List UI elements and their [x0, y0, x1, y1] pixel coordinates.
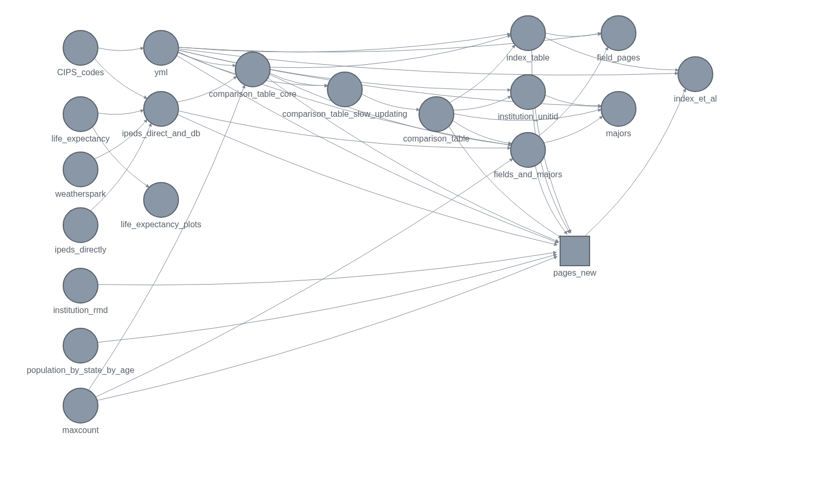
edge-yml-pages_new: [177, 56, 559, 243]
node-index_et_al[interactable]: index_et_al: [674, 57, 717, 104]
node-label-ipeds_direct_and_db: ipeds_direct_and_db: [122, 129, 201, 138]
node-maxcount[interactable]: maxcount: [62, 388, 99, 435]
node-majors[interactable]: majors: [601, 92, 636, 138]
node-label-field_pages: field_pages: [597, 53, 640, 63]
node-pages_new[interactable]: pages_new: [553, 236, 596, 278]
edge-comparison_table-institution_unitid: [453, 96, 511, 110]
node-shape-CIPS_codes[interactable]: [63, 31, 98, 65]
edge-CIPS_codes-ipeds_direct_and_db: [94, 58, 147, 98]
node-label-CIPS_codes: CIPS_codes: [57, 68, 104, 77]
node-label-comparison_table_slow_updating: comparison_table_slow_updating: [282, 109, 407, 119]
node-shape-maxcount[interactable]: [63, 388, 98, 423]
edge-ipeds_direct_and_db-pages_new: [177, 115, 557, 245]
node-comparison_table_core[interactable]: comparison_table_core: [209, 52, 296, 99]
node-population_by_state_by_age[interactable]: population_by_state_by_age: [27, 328, 135, 375]
node-shape-population_by_state_by_age[interactable]: [63, 328, 98, 363]
edge-institution_rmd-pages_new: [98, 252, 556, 285]
node-shape-index_et_al[interactable]: [678, 57, 713, 92]
node-label-institution_unitid: institution_unitid: [498, 112, 559, 122]
node-shape-pages_new[interactable]: [560, 236, 590, 266]
node-fields_and_majors[interactable]: fields_and_majors: [494, 133, 562, 179]
node-shape-life_expectancy[interactable]: [63, 97, 98, 132]
node-yml[interactable]: yml: [144, 31, 178, 77]
node-field_pages[interactable]: field_pages: [597, 16, 640, 63]
node-shape-comparison_table_core[interactable]: [235, 52, 270, 87]
node-shape-institution_unitid[interactable]: [511, 75, 545, 109]
node-label-life_expectancy: life_expectancy: [52, 134, 109, 144]
edge-population_by_state_by_age-pages_new: [97, 255, 556, 342]
node-label-life_expectancy_plots: life_expectancy_plots: [121, 220, 202, 229]
node-ipeds_direct_and_db[interactable]: ipeds_direct_and_db: [122, 92, 201, 138]
node-label-majors: majors: [606, 129, 631, 138]
node-shape-institution_rmd[interactable]: [63, 268, 98, 303]
node-label-index_et_al: index_et_al: [674, 94, 717, 104]
node-shape-weatherspark[interactable]: [63, 152, 98, 187]
node-label-fields_and_majors: fields_and_majors: [494, 170, 562, 179]
node-label-institution_rmd: institution_rmd: [53, 306, 108, 315]
dependency-graph: CIPS_codesymllife_expectancyweatherspark…: [0, 0, 817, 504]
edge-comparison_table_slow_updating-comparison_table: [362, 94, 420, 110]
node-label-comparison_table: comparison_table: [403, 134, 470, 144]
node-label-index_table: index_table: [506, 53, 550, 63]
node-shape-fields_and_majors[interactable]: [511, 133, 545, 167]
node-ipeds_directly[interactable]: ipeds_directly: [55, 208, 106, 255]
node-shape-yml[interactable]: [144, 31, 178, 65]
node-shape-comparison_table_slow_updating[interactable]: [327, 72, 362, 107]
node-label-yml: yml: [155, 68, 168, 77]
node-comparison_table_slow_updating[interactable]: comparison_table_slow_updating: [282, 72, 407, 119]
node-life_expectancy_plots[interactable]: life_expectancy_plots: [121, 183, 202, 229]
edge-yml-comparison_table_core: [178, 52, 236, 66]
node-label-comparison_table_core: comparison_table_core: [209, 89, 296, 99]
node-label-maxcount: maxcount: [62, 426, 99, 435]
node-shape-life_expectancy_plots[interactable]: [144, 183, 178, 217]
node-label-ipeds_directly: ipeds_directly: [55, 245, 106, 255]
node-life_expectancy[interactable]: life_expectancy: [52, 97, 109, 144]
node-shape-ipeds_directly[interactable]: [63, 208, 98, 243]
node-shape-comparison_table[interactable]: [419, 97, 454, 132]
node-shape-majors[interactable]: [601, 92, 636, 126]
node-shape-ipeds_direct_and_db[interactable]: [144, 92, 178, 126]
node-label-weatherspark: weatherspark: [55, 189, 106, 198]
edge-maxcount-pages_new: [97, 256, 557, 400]
node-shape-field_pages[interactable]: [601, 16, 636, 51]
node-index_table[interactable]: index_table: [506, 16, 550, 63]
node-weatherspark[interactable]: weatherspark: [55, 152, 106, 198]
node-comparison_table[interactable]: comparison_table: [403, 97, 470, 144]
node-label-population_by_state_by_age: population_by_state_by_age: [27, 366, 135, 375]
edge-CIPS_codes-yml: [98, 48, 144, 51]
edge-index_table-field_pages: [545, 33, 601, 36]
node-institution_rmd[interactable]: institution_rmd: [53, 268, 108, 315]
node-label-pages_new: pages_new: [553, 268, 596, 278]
edges-layer: [88, 33, 685, 400]
edge-life_expectancy-ipeds_direct_and_db: [98, 110, 144, 114]
nodes-layer: CIPS_codesymllife_expectancyweatherspark…: [27, 16, 717, 435]
node-shape-index_table[interactable]: [511, 16, 545, 51]
node-CIPS_codes[interactable]: CIPS_codes: [57, 31, 104, 77]
